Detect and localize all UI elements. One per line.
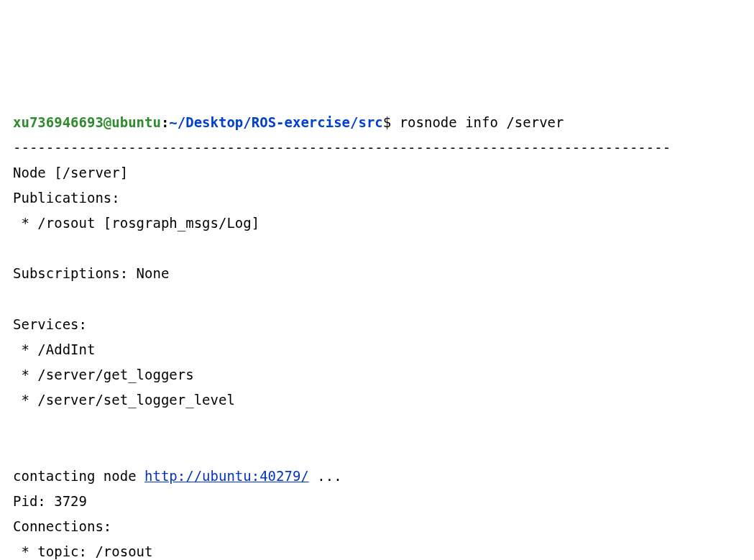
service-item: * /AddInt bbox=[13, 341, 95, 357]
pid-line: Pid: 3729 bbox=[13, 493, 87, 509]
publication-item: * /rosout [rosgraph_msgs/Log] bbox=[13, 215, 259, 231]
node-url-link[interactable]: http://ubuntu:40279/ bbox=[144, 468, 309, 484]
prompt-user: xu736946693@ubuntu bbox=[13, 114, 161, 130]
prompt-colon: : bbox=[161, 114, 169, 130]
service-item: * /server/set_logger_level bbox=[13, 392, 235, 408]
separator-line: ----------------------------------------… bbox=[13, 139, 671, 155]
terminal-output: xu736946693@ubuntu:~/Desktop/ROS-exercis… bbox=[13, 110, 741, 560]
subscriptions-line: Subscriptions: None bbox=[13, 265, 169, 281]
prompt-dollar: $ bbox=[383, 114, 400, 130]
service-item: * /server/get_loggers bbox=[13, 367, 194, 382]
connection-line: * topic: /rosout bbox=[13, 543, 152, 559]
contacting-suffix: ... bbox=[309, 468, 342, 484]
prompt-path: ~/Desktop/ROS-exercise/src bbox=[169, 114, 382, 130]
publications-header: Publications: bbox=[13, 190, 128, 206]
services-header: Services: bbox=[13, 316, 95, 332]
node-line: Node [/server] bbox=[13, 165, 128, 180]
connections-header: Connections: bbox=[13, 518, 111, 534]
contacting-prefix: contacting node bbox=[13, 468, 144, 484]
command-text: rosnode info /server bbox=[400, 114, 564, 130]
